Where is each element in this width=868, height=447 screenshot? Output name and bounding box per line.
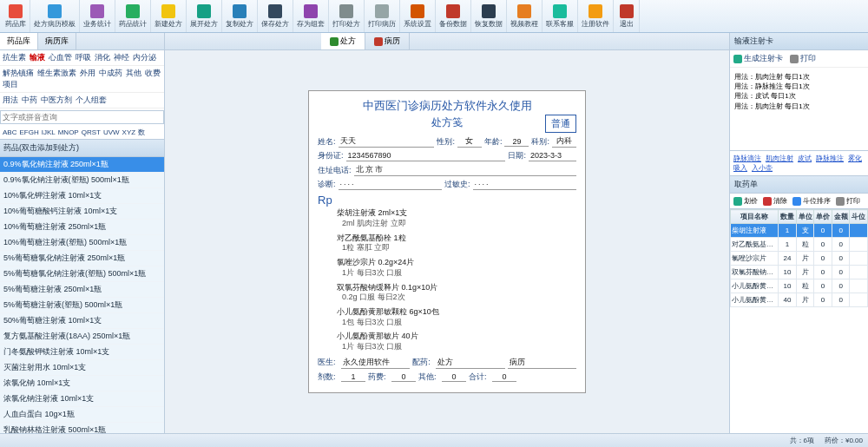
toolbar-药品统计[interactable]: 药品统计	[115, 0, 151, 32]
toolbar-复制处方[interactable]: 复制处方	[222, 0, 258, 32]
toolbar-保存处方[interactable]: 保存处方	[258, 0, 293, 32]
toolbar-打印处方[interactable]: 打印处方	[329, 0, 365, 32]
cat-呼吸[interactable]: 呼吸	[76, 53, 91, 62]
disp-value[interactable]: 处方	[436, 357, 504, 369]
toolbar-视频教程[interactable]: 视频教程	[507, 0, 542, 32]
toolbar-恢复数据[interactable]: 恢复数据	[471, 0, 507, 32]
drug-item[interactable]: 复方氨基酸注射液(18AA) 250ml×1瓶	[0, 329, 164, 345]
toolbar-新建处方[interactable]: 新建处方	[151, 0, 187, 32]
phone-value[interactable]: 北京市	[354, 164, 576, 176]
med-row[interactable]: 小儿氨酚黄…40片00	[731, 293, 868, 307]
cat-解热镇痛[interactable]: 解热镇痛	[3, 69, 34, 77]
link-肌肉注射[interactable]: 肌肉注射	[766, 154, 793, 162]
cat-消化[interactable]: 消化	[95, 53, 110, 62]
drug-item[interactable]: 5%葡萄糖氯化钠注射液(塑瓶) 500ml×1瓶	[0, 266, 164, 282]
med-row[interactable]: 氯唑沙宗片24片00	[731, 252, 868, 266]
history-value[interactable]: 病历	[508, 357, 576, 369]
med-btn-打印[interactable]: 打印	[836, 196, 860, 206]
alpha-UVW[interactable]: UVW	[103, 128, 120, 136]
link-静脉推注[interactable]: 静脉推注	[816, 154, 844, 162]
drug-item[interactable]: 乳酸钠林格注射液 500ml×1瓶	[0, 423, 164, 433]
med-col-斗位[interactable]: 斗位	[850, 210, 868, 224]
alpha-XYZ[interactable]: XYZ	[122, 128, 136, 136]
toolbar-注册软件[interactable]: 注册软件	[578, 0, 614, 32]
toolbar-业务统计[interactable]: 业务统计	[80, 0, 115, 32]
cat-个人组套[interactable]: 个人组套	[76, 95, 107, 104]
med-btn-划价[interactable]: 划价	[733, 196, 758, 206]
drug-item[interactable]: 浓氯化钠 10ml×1支	[0, 376, 164, 391]
med-row[interactable]: 柴胡注射液1支00	[731, 224, 868, 238]
drug-item[interactable]: 门冬氨酸钾镁注射液 10ml×1支	[0, 345, 164, 360]
med-col-金额[interactable]: 金额	[832, 210, 850, 224]
alpha-ABC[interactable]: ABC	[3, 128, 16, 136]
drug-item[interactable]: 灭菌注射用水 10ml×1支	[0, 360, 164, 376]
center-tab-病历[interactable]: 病历	[365, 33, 410, 49]
link-皮试[interactable]: 皮试	[798, 154, 812, 162]
inject-btn-生成注射卡[interactable]: 生成注射卡	[733, 53, 783, 64]
cat-中成药[interactable]: 中成药	[99, 69, 122, 77]
other-value[interactable]: 0	[442, 372, 466, 382]
inject-btn-打印[interactable]: 打印	[790, 53, 816, 64]
cat-内分泌[interactable]: 内分泌	[133, 53, 156, 62]
cat-中医方剂[interactable]: 中医方剂	[41, 95, 72, 104]
left-tab-病历库[interactable]: 病历库	[38, 33, 76, 49]
toolbar-退出[interactable]: 退出	[614, 0, 640, 32]
cat-其他[interactable]: 其他	[126, 69, 141, 77]
alpha-MNOP[interactable]: MNOP	[58, 128, 79, 136]
cost-value[interactable]: 0	[391, 372, 416, 382]
drug-item[interactable]: 10%葡萄糖酸钙注射液 10ml×1支	[0, 204, 164, 220]
drug-item[interactable]: 10%氯化钾注射液 10ml×1支	[0, 188, 164, 204]
alpha-QRST[interactable]: QRST	[82, 128, 101, 136]
med-btn-斗位排序[interactable]: 斗位排序	[792, 196, 831, 206]
cat-外用[interactable]: 外用	[80, 69, 95, 77]
med-col-单价[interactable]: 单价	[814, 210, 832, 224]
alpha-数[interactable]: 数	[138, 128, 145, 136]
left-tab-药品库[interactable]: 药品库	[0, 33, 38, 49]
date-value[interactable]: 2023-3-3	[529, 151, 576, 161]
center-tab-处方[interactable]: 处方	[321, 33, 365, 49]
drug-item[interactable]: 5%葡萄糖氯化钠注射液 250ml×1瓶	[0, 251, 164, 266]
drug-search-input[interactable]	[0, 110, 164, 124]
toolbar-系统设置[interactable]: 系统设置	[400, 0, 436, 32]
toolbar-处方病历模板[interactable]: 处方病历模板	[30, 0, 80, 32]
toolbar-药品库[interactable]: 药品库	[2, 0, 30, 32]
drug-item[interactable]: 0.9%氯化钠注射液 250ml×1瓶	[0, 157, 164, 173]
med-col-单位[interactable]: 单位	[796, 210, 814, 224]
dose-value[interactable]: 1	[341, 372, 365, 382]
drug-item[interactable]: 50%葡萄糖注射液 10ml×1支	[0, 313, 164, 329]
med-col-数量[interactable]: 数量	[779, 210, 797, 224]
toolbar-存为组套[interactable]: 存为组套	[293, 0, 329, 32]
link-入小壶[interactable]: 入小壶	[752, 164, 773, 172]
med-row[interactable]: 小儿氨酚黄…10粒00	[731, 279, 868, 293]
rx-drug-name[interactable]: 氯唑沙宗片 0.2g×24片	[337, 258, 576, 268]
cat-抗生素[interactable]: 抗生素	[3, 53, 26, 62]
diag-value[interactable]: ····	[339, 180, 442, 190]
cat-心血管[interactable]: 心血管	[49, 53, 72, 62]
drug-item[interactable]: 10%葡萄糖注射液 250ml×1瓶	[0, 220, 164, 235]
dept-value[interactable]: 内科	[552, 135, 576, 148]
name-value[interactable]: 天天	[339, 135, 435, 148]
toolbar-打印病历[interactable]: 打印病历	[365, 0, 400, 32]
rx-drug-name[interactable]: 小儿氨酚黄那敏颗粒 6g×10包	[337, 307, 576, 318]
rx-drug-name[interactable]: 双氯芬酸钠缓释片 0.1g×10片	[337, 283, 576, 293]
drug-item[interactable]: 0.9%氯化钠注射液(塑瓶) 500ml×1瓶	[0, 173, 164, 188]
drug-item[interactable]: 5%葡萄糖注射液 250ml×1瓶	[0, 282, 164, 298]
med-row[interactable]: 对乙酰氨基…1粒00	[731, 238, 868, 252]
cat-用法[interactable]: 用法	[3, 95, 18, 104]
cat-神经[interactable]: 神经	[114, 53, 129, 62]
rx-drug-name[interactable]: 对乙酰氨基酚栓 1粒	[337, 233, 576, 244]
drug-item[interactable]: 浓氯化钠注射液 10ml×1支	[0, 391, 164, 407]
toolbar-联系客服[interactable]: 联系客服	[542, 0, 578, 32]
sex-value[interactable]: 女	[457, 135, 482, 148]
cat-中药[interactable]: 中药	[22, 95, 37, 104]
med-col-项目名称[interactable]: 项目名称	[731, 210, 779, 224]
allergy-value[interactable]: ····	[473, 180, 576, 190]
id-value[interactable]: 1234567890	[346, 151, 506, 161]
total-value[interactable]: 0	[492, 372, 516, 382]
med-btn-清除[interactable]: 清除	[763, 196, 787, 206]
drug-item[interactable]: 5%葡萄糖注射液(塑瓶) 500ml×1瓶	[0, 298, 164, 313]
alpha-IJKL[interactable]: IJKL	[42, 128, 56, 136]
doctor-value[interactable]: 永久使用软件	[341, 357, 410, 369]
rx-drug-name[interactable]: 柴胡注射液 2ml×1支	[337, 208, 576, 219]
med-row[interactable]: 双氯芬酸钠…10片00	[731, 266, 868, 279]
